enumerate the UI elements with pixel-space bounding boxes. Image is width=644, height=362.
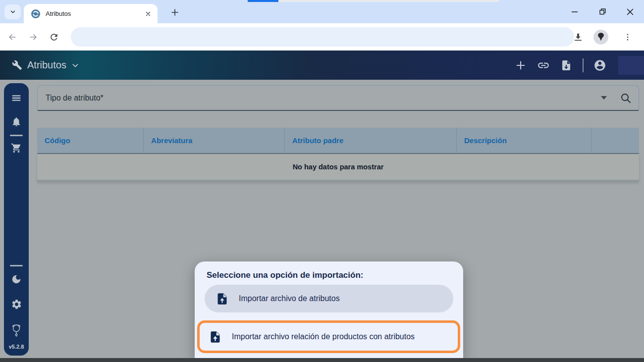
import-product-attribute-relation-button[interactable]: Importar archivo relación de productos c… [200, 323, 458, 351]
sidebar-divider [10, 135, 23, 136]
tab-search-button[interactable] [4, 4, 21, 19]
upload-file-icon [215, 292, 229, 306]
column-header-codigo[interactable]: Código [37, 128, 144, 153]
cart-icon[interactable] [10, 142, 22, 154]
modal-title: Seleccione una opción de importación: [195, 261, 463, 280]
column-header-actions [591, 128, 639, 153]
url-bar[interactable] [71, 27, 574, 47]
app-header: Atributos [0, 51, 644, 80]
window-maximize-button[interactable] [589, 0, 616, 23]
screen: Atributos [0, 0, 644, 362]
profile-avatar[interactable] [593, 30, 608, 45]
menu-icon[interactable] [10, 92, 22, 104]
attribute-type-select[interactable]: Tipo de atributo* [37, 85, 639, 111]
account-icon[interactable] [593, 59, 606, 72]
notifications-icon[interactable] [10, 116, 22, 128]
window-bottom-edge [0, 358, 644, 362]
attributes-table: Código Abreviatura Atributo padre Descri… [37, 128, 639, 181]
dropdown-caret-icon[interactable] [601, 96, 607, 100]
top-edge-accent-strip [248, 0, 278, 2]
toolbar-right [566, 23, 644, 51]
upload-file-icon [209, 330, 222, 344]
search-icon[interactable] [620, 92, 632, 104]
app-sidebar: v5.2.8 [4, 83, 29, 356]
highlight-annotation: Importar archivo relación de productos c… [197, 320, 460, 353]
app-header-actions [514, 51, 644, 80]
link-icon[interactable] [537, 59, 550, 72]
import-attributes-label: Importar archivo de atributos [239, 294, 340, 303]
column-header-abreviatura[interactable]: Abreviatura [144, 128, 285, 153]
chevron-down-icon [9, 8, 16, 15]
browser-menu-icon[interactable] [619, 29, 636, 46]
header-active-area[interactable] [618, 56, 644, 75]
app-version: v5.2.8 [9, 344, 24, 350]
table-header-row: Código Abreviatura Atributo padre Descri… [37, 128, 639, 154]
import-attributes-button[interactable]: Importar archivo de atributos [205, 285, 453, 312]
browser-tab[interactable]: Atributos [24, 4, 158, 23]
window-close-button[interactable] [616, 0, 644, 23]
tab-title: Atributos [46, 10, 144, 17]
file-download-icon[interactable] [560, 59, 573, 72]
settings-icon[interactable] [10, 298, 22, 310]
dark-mode-icon[interactable] [10, 273, 22, 285]
attribute-type-label: Tipo de atributo* [38, 94, 601, 103]
empty-state-row: No hay datos para mostrar [37, 154, 639, 181]
window-controls [561, 0, 644, 23]
import-options-modal: Seleccione una opción de importación: Im… [195, 261, 463, 358]
import-product-attribute-relation-label: Importar archivo relación de productos c… [232, 332, 415, 341]
column-header-descripcion[interactable]: Descripción [457, 128, 591, 153]
sidebar-divider [10, 265, 23, 266]
header-divider [583, 58, 584, 72]
column-header-atributo-padre[interactable]: Atributo padre [285, 128, 457, 153]
wrench-icon [12, 60, 22, 70]
top-edge-gray-strip [278, 0, 499, 2]
page-title: Atributos [27, 59, 66, 71]
new-tab-button[interactable] [168, 6, 181, 19]
reload-icon[interactable] [46, 29, 62, 46]
window-minimize-button[interactable] [561, 0, 589, 23]
chevron-down-icon [71, 61, 79, 69]
download-icon[interactable] [570, 29, 587, 46]
browser-tab-strip: Atributos [0, 0, 644, 23]
add-icon[interactable] [514, 59, 527, 72]
back-icon[interactable] [4, 29, 21, 46]
mascot-logo-icon [10, 322, 22, 339]
main-content: v5.2.8 Tipo de atributo* Código Abreviat… [0, 80, 644, 358]
browser-toolbar [0, 23, 644, 51]
tab-close-icon[interactable] [144, 9, 153, 18]
forward-icon[interactable] [25, 29, 42, 46]
site-favicon-icon [31, 9, 41, 19]
module-selector[interactable]: Atributos [0, 59, 79, 71]
